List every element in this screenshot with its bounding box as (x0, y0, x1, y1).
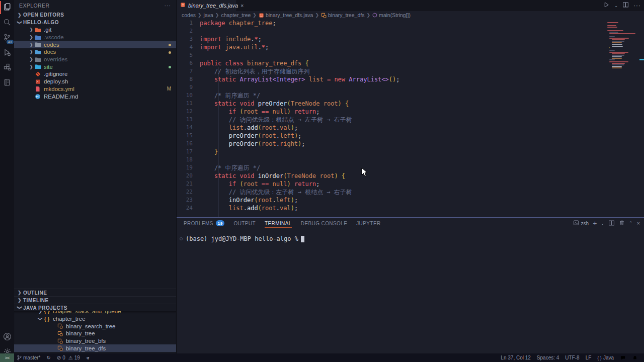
file-label: .git (44, 27, 51, 33)
sync-button[interactable]: ↻ (43, 353, 53, 362)
minimap-line (612, 63, 625, 64)
activity-bar-account[interactable] (0, 330, 14, 345)
scm-badge: 43 (7, 40, 14, 45)
run-dropdown-icon[interactable]: ⌄ (614, 4, 618, 8)
breadcrumb-item-codes[interactable]: codes (182, 12, 196, 18)
item-label: chapter_tree (53, 316, 86, 322)
new-terminal-button[interactable]: + (593, 219, 597, 227)
panel-tab-output[interactable]: OUTPUT (233, 218, 256, 229)
folder-icon (34, 34, 41, 40)
code-line-4: 4import java.util.*; (177, 43, 604, 51)
explorer-sidebar: EXPLORER ··· ❯ OPEN EDITORS ❯ HELLO-ALGO… (14, 0, 177, 353)
chevron-right-icon: ❯ (16, 298, 23, 303)
file-tree-item-docs[interactable]: ❯docs (14, 48, 176, 56)
package-icon: { } (43, 311, 50, 314)
file-tree-item--gitignore[interactable]: .gitignore (14, 70, 176, 78)
breadcrumb-item-java[interactable]: java (204, 12, 213, 18)
sync-icon: ↻ (46, 355, 50, 360)
java-projects-item-binary-tree[interactable]: binary_tree (14, 330, 176, 337)
minimap-line (609, 50, 615, 51)
file-tree-item-deploy-sh[interactable]: deploy.sh (14, 78, 176, 85)
more-actions-icon[interactable]: ··· (633, 2, 641, 9)
status-eol[interactable]: LF (583, 353, 595, 362)
item-label: binary_tree (66, 330, 95, 336)
panel-tab-jupyter[interactable]: JUPYTER (356, 218, 380, 229)
maximize-panel-icon[interactable]: ⌃ (629, 221, 633, 226)
yaml-icon (34, 86, 41, 92)
outline-section[interactable]: ❯ OUTLINE (14, 289, 176, 296)
minimap[interactable] (606, 19, 637, 217)
file-tree-item-overrides[interactable]: ❯overrides (14, 56, 176, 63)
item-label: binary_tree_dfs (66, 345, 106, 351)
java-projects-item-chapter-stack-and-queue[interactable]: ❯{ }chapter_stack_and_queue (14, 311, 176, 315)
status-indentation[interactable]: Spaces: 4 (534, 353, 562, 362)
breadcrumb-item-binary-tree-dfs[interactable]: binary_tree_dfs (321, 12, 364, 18)
chevron-right-icon: ❯ (28, 42, 34, 47)
file-tree-item-site[interactable]: ❯site (14, 63, 176, 70)
terminal-dropdown-icon[interactable]: ⌄ (601, 221, 604, 226)
file-tree-item--vscode[interactable]: ❯.vscode (14, 34, 176, 41)
activity-bar-notebook[interactable] (0, 75, 14, 90)
activity-bar-source-control[interactable]: 43 (0, 30, 14, 45)
file-tree-item-mkdocs-yml[interactable]: mkdocs.ymlM (14, 85, 176, 93)
panel-tab-problems[interactable]: PROBLEMS19 (184, 218, 224, 229)
terminal-shell-select[interactable]: zsh (573, 220, 589, 227)
kill-terminal-icon[interactable] (619, 220, 625, 227)
file-label: deploy.sh (44, 78, 68, 84)
java-projects-item-binary-tree-bfs[interactable]: binary_tree_bfs (14, 337, 176, 345)
java-projects-section[interactable]: ❯ JAVA PROJECTS (14, 304, 176, 311)
code-editor[interactable]: 1package chapter_tree;23import include.*… (177, 19, 644, 217)
panel-tab-terminal[interactable]: TERMINAL (265, 218, 292, 229)
activity-bar-extensions[interactable] (0, 60, 14, 75)
status-encoding[interactable]: UTF-8 (562, 353, 582, 362)
tab-binary-tree-dfs[interactable]: binary_tree_dfs.java × (177, 0, 237, 11)
java-server-mode[interactable]: ➤ (83, 353, 93, 362)
activity-bar-explorer[interactable] (0, 0, 14, 15)
line-number: 2 (177, 27, 200, 35)
run-java-button[interactable] (603, 2, 610, 10)
file-tree-item--git[interactable]: ❯.git (14, 26, 176, 34)
split-terminal-icon[interactable] (608, 220, 615, 227)
breadcrumb-item-binary-tree-dfs-java[interactable]: binary_tree_dfs.java (259, 12, 313, 18)
activity-bar-run-debug[interactable] (0, 45, 14, 60)
remote-indicator[interactable]: >< (0, 353, 14, 362)
open-editors-section[interactable]: ❯ OPEN EDITORS (14, 11, 176, 19)
code-line-15: 15 preOrder(root.left); (177, 132, 604, 140)
explorer-more-actions-icon[interactable]: ··· (165, 3, 172, 9)
code-line-22: 22 // 访问优先级：左子树 → 根结点 → 右子树 (177, 188, 604, 196)
activity-bar-search[interactable] (0, 15, 14, 30)
line-number: 14 (177, 124, 200, 132)
code-line-10: 10 /* 前序遍历 */ (177, 92, 604, 100)
file-tree-item-codes[interactable]: ❯codes (14, 41, 176, 48)
breadcrumb-item-main-String-[interactable]: main(String[]) (372, 12, 411, 18)
git-branch-status[interactable]: master* (14, 353, 43, 362)
minimap-line (612, 55, 624, 56)
terminal-cursor (301, 236, 304, 242)
breadcrumb-separator: ❯ (197, 13, 202, 18)
status-language-mode[interactable]: { }Java (594, 353, 617, 362)
panel-tab-debug-console[interactable]: DEBUG CONSOLE (301, 218, 347, 229)
timeline-section[interactable]: ❯ TIMELINE (14, 296, 176, 304)
class-icon (321, 13, 327, 18)
project-root-row[interactable]: ❯ HELLO-ALGO (14, 19, 176, 26)
java-projects-item-binary-tree-dfs[interactable]: binary_tree_dfs (14, 344, 176, 352)
tab-close-icon[interactable]: × (240, 3, 244, 9)
split-editor-icon[interactable] (622, 2, 629, 10)
minimap-line (609, 59, 615, 60)
close-panel-icon[interactable]: × (637, 220, 640, 226)
open-editors-label: OPEN EDITORS (23, 12, 64, 18)
shell-icon (34, 78, 41, 84)
status-notifications[interactable] (629, 353, 641, 362)
terminal[interactable]: (base) jyd@JYD-MBP hello-algo % (177, 229, 644, 362)
java-projects-item-binary-search-tree[interactable]: binary_search_tree (14, 322, 176, 330)
breadcrumb-item-chapter-tree[interactable]: chapter_tree (221, 12, 251, 18)
breadcrumb: codes❯java❯chapter_tree❯binary_tree_dfs.… (177, 11, 644, 19)
status-cursor-position[interactable]: Ln 37, Col 12 (498, 353, 534, 362)
status-feedback[interactable] (617, 353, 629, 362)
file-tree-item-README-md[interactable]: README.md (14, 93, 176, 100)
line-number: 18 (177, 156, 200, 164)
java-projects-item-chapter-tree[interactable]: ❯{ }chapter_tree (14, 315, 176, 323)
line-number: 16 (177, 140, 200, 148)
chevron-right-icon: ❯ (28, 27, 34, 32)
problems-status[interactable]: ⊘0 ⚠19 (54, 353, 83, 362)
